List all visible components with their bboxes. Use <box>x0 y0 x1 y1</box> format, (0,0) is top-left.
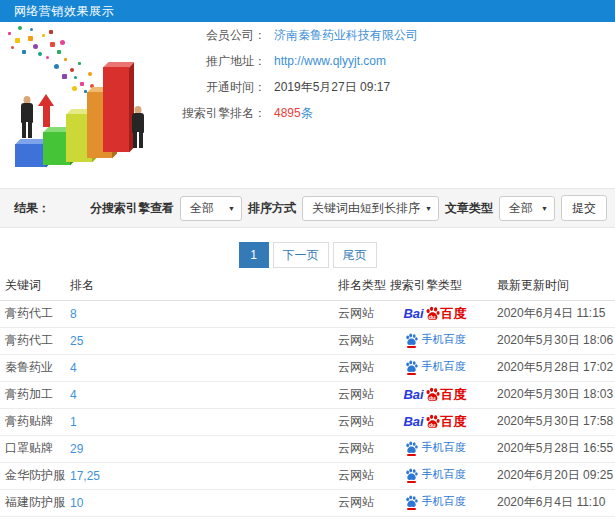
engine-type-cell: Bai du 百度 <box>390 381 480 408</box>
company-row: 会员公司： 济南秦鲁药业科技有限公司 <box>178 28 418 43</box>
keyword-cell: 膏药代工 <box>5 306 53 320</box>
site-row: 推广地址： http://www.qlyyjt.com <box>178 54 418 69</box>
updated-time-cell: 2020年5月28日 16:55 <box>497 441 613 455</box>
submit-button[interactable]: 提交 <box>561 195 607 221</box>
rank-link[interactable]: 29 <box>70 442 83 456</box>
header-updated-time: 最新更新时间 <box>480 272 615 300</box>
engine-filter-select[interactable]: 全部 ▼ <box>180 196 242 221</box>
rank-link[interactable]: 4 <box>70 388 77 402</box>
rank-type-cell: 云网站 <box>338 414 374 428</box>
engine-type-cell: Bai du 百度 <box>390 300 480 327</box>
engine-type-cell: Bai du 百度 <box>390 516 480 520</box>
mobile-baidu-logo: 手机百度 <box>405 333 466 346</box>
chevron-down-icon: ▼ <box>541 205 548 212</box>
up-arrow-icon <box>38 94 54 128</box>
rank-link[interactable]: 4 <box>70 361 77 375</box>
opened-label: 开通时间： <box>178 80 266 95</box>
rank-link[interactable]: 17,25 <box>70 469 100 483</box>
table-header-row: 关键词 排名 排名类型 搜索引擎类型 最新更新时间 <box>0 272 615 300</box>
table-row: 福建防护服 10 云网站 手机百度 2020年6月4日 11:10 <box>0 489 615 516</box>
engine-type-cell: 手机百度 <box>390 462 480 489</box>
baidu-logo: Bai du 百度 <box>403 414 466 429</box>
table-row: 金华防护服 17,25 云网站 手机百度 2020年6月20日 09:25 <box>0 462 615 489</box>
updated-time-cell: 2020年5月30日 18:03 <box>497 387 613 401</box>
article-type-filter-value: 全部 <box>509 200 533 217</box>
baidu-paw-icon: du <box>425 414 440 429</box>
keyword-cell: 秦鲁药业 <box>5 360 53 374</box>
mobile-baidu-paw-icon <box>405 468 418 481</box>
rank-type-cell: 云网站 <box>338 306 374 320</box>
rank-count-row: 搜索引擎排名： 4895条 <box>178 106 418 121</box>
sort-filter-select[interactable]: 关键词由短到长排序 ▼ <box>302 196 439 221</box>
engine-filter-label: 分搜索引擎查看 <box>90 200 174 217</box>
keyword-cell: 膏药贴牌 <box>5 414 53 428</box>
updated-time-cell: 2020年6月4日 11:10 <box>497 495 606 509</box>
filter-bar: 结果： 分搜索引擎查看 全部 ▼ 排序方式 关键词由短到长排序 ▼ 文章类型 全… <box>0 188 615 228</box>
opened-row: 开通时间： 2019年5月27日 09:17 <box>178 80 418 95</box>
baidu-logo-cn: 百度 <box>441 388 467 401</box>
rank-type-cell: 云网站 <box>338 387 374 401</box>
results-table-body: 膏药代工 8 云网站 Bai du 百度 2020年6月4日 11:15 膏药代… <box>0 300 615 520</box>
keyword-cell: 福建防护服 <box>5 495 65 509</box>
pagination: 1 下一页 尾页 <box>0 242 615 268</box>
engine-type-cell: Bai du 百度 <box>390 408 480 435</box>
rank-count-value: 4895条 <box>274 106 313 121</box>
site-link[interactable]: http://www.qlyyjt.com <box>274 54 386 69</box>
rank-link[interactable]: 8 <box>70 307 77 321</box>
article-type-filter-select[interactable]: 全部 ▼ <box>499 196 555 221</box>
baidu-logo-cn: 百度 <box>441 415 467 428</box>
table-row: 膏药代工 8 云网站 Bai du 百度 2020年6月4日 11:15 <box>0 300 615 327</box>
mobile-baidu-logo: 手机百度 <box>405 441 466 454</box>
header-rank: 排名 <box>70 272 338 300</box>
rank-type-cell: 云网站 <box>338 360 374 374</box>
mobile-baidu-logo: 手机百度 <box>405 495 466 508</box>
baidu-logo-bai: Bai <box>403 307 423 320</box>
rank-count-label: 搜索引擎排名： <box>178 106 266 121</box>
updated-time-cell: 2020年5月30日 18:06 <box>497 333 613 347</box>
company-label: 会员公司： <box>178 28 266 43</box>
mobile-baidu-label: 手机百度 <box>422 469 466 480</box>
rank-count-number: 4895 <box>274 106 301 120</box>
baidu-paw-icon: du <box>425 387 440 402</box>
page-1-button[interactable]: 1 <box>239 242 269 268</box>
filter-group: 分搜索引擎查看 全部 ▼ 排序方式 关键词由短到长排序 ▼ 文章类型 全部 ▼ … <box>90 195 607 221</box>
mobile-baidu-paw-icon <box>405 495 418 508</box>
account-info-panel: 会员公司： 济南秦鲁药业科技有限公司 推广地址： http://www.qlyy… <box>178 28 418 132</box>
baidu-paw-icon: du <box>425 306 440 321</box>
mobile-baidu-paw-icon <box>405 360 418 373</box>
engine-type-cell: 手机百度 <box>390 354 480 381</box>
rank-type-cell: 云网站 <box>338 441 374 455</box>
engine-filter-value: 全部 <box>190 200 214 217</box>
mobile-baidu-label: 手机百度 <box>422 496 466 507</box>
clipart-bar-red <box>103 67 129 152</box>
engine-type-cell: 手机百度 <box>390 489 480 516</box>
rank-link[interactable]: 25 <box>70 334 83 348</box>
table-row: 膏药贴牌 1 云网站 Bai du 百度 2020年5月30日 17:58 <box>0 408 615 435</box>
company-link[interactable]: 济南秦鲁药业科技有限公司 <box>274 28 418 43</box>
last-page-button[interactable]: 尾页 <box>333 242 377 268</box>
keyword-cell: 膏药代工 <box>5 333 53 347</box>
mobile-baidu-paw-icon <box>405 333 418 346</box>
mobile-baidu-label: 手机百度 <box>422 442 466 453</box>
keyword-cell: 金华防护服 <box>5 468 65 482</box>
mobile-baidu-label: 手机百度 <box>422 334 466 345</box>
mobile-baidu-logo: 手机百度 <box>405 360 466 373</box>
results-table: 关键词 排名 排名类型 搜索引擎类型 最新更新时间 膏药代工 8 云网站 Bai… <box>0 272 615 520</box>
updated-time-cell: 2020年5月28日 17:02 <box>497 360 613 374</box>
rank-link[interactable]: 1 <box>70 415 77 429</box>
table-row: 秦鲁药业 4 云网站 手机百度 2020年5月28日 17:02 <box>0 354 615 381</box>
next-page-button[interactable]: 下一页 <box>273 242 329 268</box>
table-row: 膏药加工 4 云网站 Bai du 百度 2020年5月30日 18:03 <box>0 381 615 408</box>
updated-time-cell: 2020年6月4日 11:15 <box>497 306 606 320</box>
baidu-logo-bai: Bai <box>403 388 423 401</box>
page-title: 网络营销效果展示 <box>0 0 615 22</box>
header-rank-type: 排名类型 <box>338 272 390 300</box>
rank-link[interactable]: 10 <box>70 496 83 510</box>
updated-time-cell: 2020年5月30日 17:58 <box>497 414 613 428</box>
rank-type-cell: 云网站 <box>338 468 374 482</box>
engine-type-cell: 手机百度 <box>390 435 480 462</box>
rank-type-cell: 云网站 <box>338 495 374 509</box>
baidu-logo: Bai du 百度 <box>403 306 466 321</box>
article-type-filter-label: 文章类型 <box>445 200 493 217</box>
keyword-cell: 膏药加工 <box>5 387 53 401</box>
